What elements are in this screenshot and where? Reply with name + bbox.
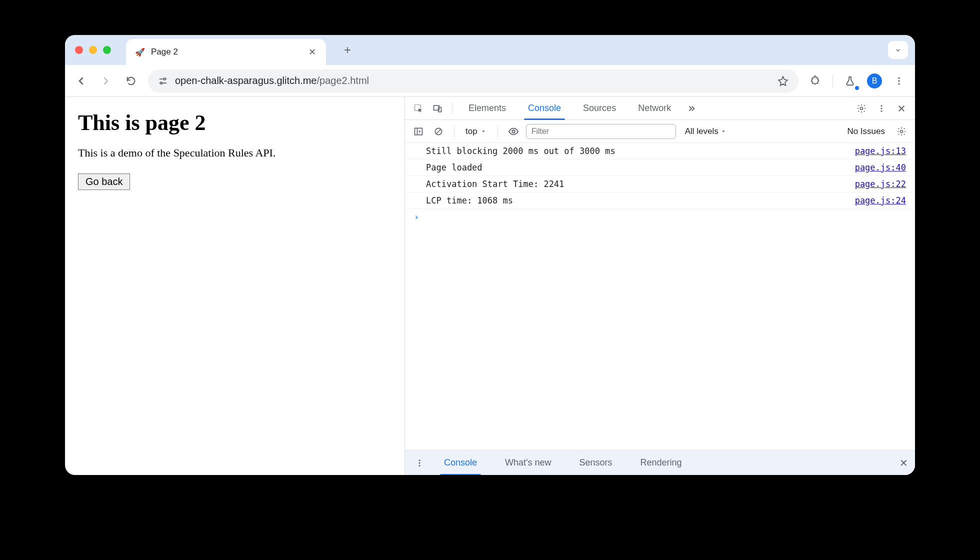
triangle-down-icon bbox=[480, 128, 486, 134]
reload-button[interactable] bbox=[123, 73, 139, 89]
forward-button[interactable] bbox=[98, 73, 114, 89]
eye-icon bbox=[508, 126, 519, 137]
devtools-panel: Elements Console Sources Network bbox=[405, 97, 915, 475]
svg-point-8 bbox=[860, 107, 863, 110]
tab-title: Page 2 bbox=[151, 47, 301, 57]
log-message: Activation Start Time: 2241 bbox=[426, 179, 855, 189]
star-icon bbox=[778, 76, 788, 86]
svg-point-16 bbox=[419, 460, 420, 461]
titlebar: 🚀 Page 2 ✕ + bbox=[65, 35, 915, 65]
svg-point-10 bbox=[881, 108, 882, 109]
console-settings-button[interactable] bbox=[894, 124, 909, 139]
menu-button[interactable] bbox=[891, 73, 907, 89]
toolbar-separator bbox=[832, 75, 833, 87]
drawer-close-button[interactable]: ✕ bbox=[900, 457, 908, 469]
more-vertical-icon bbox=[894, 76, 904, 86]
browser-window: 🚀 Page 2 ✕ + open-chalk-asparagus.glitch… bbox=[65, 35, 915, 475]
filter-input[interactable] bbox=[526, 124, 676, 139]
labs-button[interactable] bbox=[842, 73, 858, 89]
inspect-icon bbox=[414, 104, 424, 114]
chevron-double-right-icon bbox=[687, 104, 696, 113]
drawer-tab-whatsnew[interactable]: What's new bbox=[494, 450, 562, 476]
browser-tab[interactable]: 🚀 Page 2 ✕ bbox=[126, 39, 326, 65]
console-prompt[interactable]: › bbox=[405, 209, 915, 225]
minimize-window-button[interactable] bbox=[89, 46, 97, 54]
svg-point-11 bbox=[881, 110, 882, 112]
svg-point-14 bbox=[512, 130, 515, 133]
log-source-link[interactable]: page.js:22 bbox=[855, 179, 906, 189]
site-settings-icon[interactable] bbox=[158, 76, 168, 86]
svg-point-15 bbox=[900, 130, 903, 132]
more-vertical-icon bbox=[877, 104, 886, 113]
maximize-window-button[interactable] bbox=[103, 46, 111, 54]
rocket-icon: 🚀 bbox=[135, 48, 145, 57]
avatar-letter: B bbox=[872, 76, 878, 86]
log-source-link[interactable]: page.js:40 bbox=[855, 162, 906, 172]
log-entry: Activation Start Time: 2241 page.js:22 bbox=[405, 176, 915, 192]
arrow-right-icon bbox=[100, 75, 112, 87]
extensions-button[interactable] bbox=[808, 73, 824, 89]
tab-console[interactable]: Console bbox=[519, 97, 570, 120]
log-entry: LCP time: 1068 ms page.js:24 bbox=[405, 192, 915, 209]
sidebar-icon bbox=[414, 126, 424, 136]
more-tabs-button[interactable] bbox=[684, 101, 699, 116]
tab-elements[interactable]: Elements bbox=[460, 97, 515, 120]
drawer-menu-button[interactable] bbox=[412, 456, 427, 470]
tab-network[interactable]: Network bbox=[629, 97, 680, 120]
drawer-tab-console[interactable]: Console bbox=[433, 450, 488, 476]
devtools-settings-button[interactable] bbox=[854, 101, 869, 116]
devices-icon bbox=[432, 104, 442, 114]
window-controls bbox=[75, 46, 111, 54]
content-area: This is page 2 This is a demo of the Spe… bbox=[65, 97, 915, 475]
chevron-right-icon: › bbox=[414, 212, 419, 222]
profile-avatar[interactable]: B bbox=[867, 74, 882, 88]
address-bar[interactable]: open-chalk-asparagus.glitch.me/page2.htm… bbox=[148, 70, 798, 92]
log-source-link[interactable]: page.js:13 bbox=[855, 146, 906, 156]
log-message: Page loaded bbox=[426, 162, 855, 172]
live-expression-button[interactable] bbox=[506, 124, 521, 139]
log-source-link[interactable]: page.js:24 bbox=[855, 196, 906, 206]
devtools-menu-button[interactable] bbox=[874, 101, 889, 116]
drawer-tab-rendering[interactable]: Rendering bbox=[630, 450, 693, 476]
reload-icon bbox=[126, 76, 136, 86]
devtools-drawer: Console What's new Sensors Rendering ✕ bbox=[405, 450, 915, 475]
log-entry: Page loaded page.js:40 bbox=[405, 160, 915, 176]
tune-icon bbox=[158, 76, 168, 86]
tabs-dropdown-button[interactable] bbox=[888, 41, 908, 59]
tab-sources[interactable]: Sources bbox=[574, 97, 625, 120]
go-back-button[interactable]: Go back bbox=[78, 174, 130, 190]
close-window-button[interactable] bbox=[75, 46, 83, 54]
clear-console-button[interactable] bbox=[431, 124, 446, 139]
svg-point-17 bbox=[419, 462, 420, 464]
svg-point-18 bbox=[419, 464, 420, 466]
bookmark-button[interactable] bbox=[778, 76, 788, 86]
page-heading: This is page 2 bbox=[78, 110, 392, 136]
context-label: top bbox=[466, 126, 478, 136]
drawer-tab-sensors[interactable]: Sensors bbox=[568, 450, 624, 476]
page-paragraph: This is a demo of the Speculation Rules … bbox=[78, 146, 392, 160]
gear-icon bbox=[856, 104, 866, 114]
issues-indicator[interactable]: No Issues bbox=[847, 126, 885, 136]
svg-rect-12 bbox=[415, 128, 422, 134]
console-log-area: Still blocking 2000 ms out of 3000 ms pa… bbox=[405, 143, 915, 450]
log-levels-selector[interactable]: All levels bbox=[685, 126, 726, 136]
more-vertical-icon bbox=[415, 458, 424, 468]
console-toolbar: top All levels No Issues bbox=[405, 120, 915, 143]
url-text: open-chalk-asparagus.glitch.me/page2.htm… bbox=[175, 75, 369, 86]
svg-point-1 bbox=[160, 82, 162, 84]
svg-point-2 bbox=[898, 77, 900, 78]
context-selector[interactable]: top bbox=[462, 126, 490, 136]
svg-point-9 bbox=[881, 105, 882, 106]
ban-icon bbox=[434, 126, 444, 136]
arrow-left-icon bbox=[75, 75, 87, 87]
log-message: Still blocking 2000 ms out of 3000 ms bbox=[426, 146, 855, 156]
inspect-element-button[interactable] bbox=[411, 101, 426, 116]
close-tab-button[interactable]: ✕ bbox=[307, 46, 317, 58]
toggle-sidebar-button[interactable] bbox=[411, 124, 426, 139]
back-button[interactable] bbox=[73, 73, 89, 89]
gear-icon bbox=[896, 126, 906, 136]
device-toggle-button[interactable] bbox=[430, 101, 445, 116]
devtools-close-button[interactable] bbox=[894, 101, 909, 116]
navigation-toolbar: open-chalk-asparagus.glitch.me/page2.htm… bbox=[65, 65, 915, 97]
new-tab-button[interactable]: + bbox=[340, 43, 355, 57]
